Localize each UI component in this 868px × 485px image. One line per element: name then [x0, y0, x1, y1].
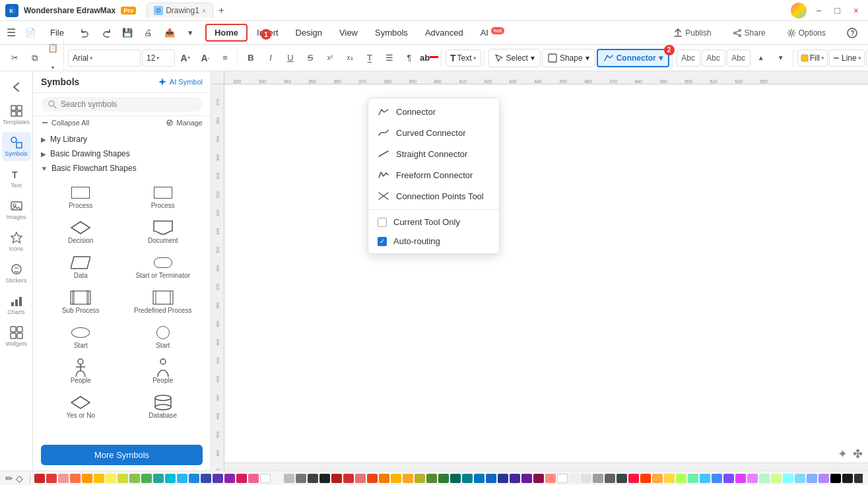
color-swatch[interactable]: [807, 474, 817, 483]
sidebar-item-templates[interactable]: Templates: [2, 100, 31, 129]
search-input[interactable]: [61, 100, 196, 109]
color-swatch[interactable]: [260, 474, 271, 483]
color-swatch[interactable]: [593, 474, 603, 483]
maximize-button[interactable]: □: [830, 4, 844, 17]
color-swatch[interactable]: [486, 474, 496, 483]
color-swatch[interactable]: [735, 474, 746, 483]
connector-option-current-tool[interactable]: Current Tool Only: [368, 212, 499, 232]
publish-button[interactable]: Publish: [665, 26, 719, 40]
styles-scroll-down[interactable]: ▼: [772, 49, 790, 67]
color-swatch[interactable]: [462, 474, 473, 483]
canvas-content[interactable]: [224, 84, 868, 470]
color-swatch[interactable]: [795, 474, 805, 483]
list-item[interactable]: Database: [123, 391, 203, 423]
sparkle-icon-1[interactable]: ✦: [838, 447, 848, 461]
color-swatch[interactable]: [391, 474, 401, 483]
color-swatch[interactable]: [605, 474, 615, 483]
color-swatch[interactable]: [355, 474, 366, 483]
color-swatch[interactable]: [272, 474, 283, 483]
color-swatch[interactable]: [58, 474, 69, 483]
color-swatch[interactable]: [165, 474, 176, 483]
color-swatch[interactable]: [510, 474, 520, 483]
color-swatch[interactable]: [236, 474, 247, 483]
fill-tool-icon[interactable]: ◇: [16, 473, 23, 484]
list-item[interactable]: Yes or No: [41, 391, 121, 423]
more-symbols-button[interactable]: More Symbols: [41, 445, 203, 465]
pen-tool-icon[interactable]: ✏: [5, 473, 13, 484]
minimize-button[interactable]: −: [812, 4, 825, 17]
italic-button[interactable]: I: [261, 49, 280, 67]
color-swatch[interactable]: [94, 474, 104, 483]
color-swatch[interactable]: [248, 474, 259, 483]
color-swatch[interactable]: [141, 474, 152, 483]
list-item[interactable]: Document: [123, 216, 203, 248]
menu-advanced[interactable]: Advanced: [417, 25, 471, 40]
text-color-button[interactable]: ab: [420, 49, 438, 67]
sidebar-item-symbols[interactable]: Symbols: [2, 132, 31, 161]
color-swatch[interactable]: [474, 474, 484, 483]
connector-option-curved[interactable]: Curved Connector: [368, 122, 499, 143]
align-button[interactable]: ≡: [216, 49, 234, 67]
color-swatch[interactable]: [438, 474, 449, 483]
color-swatch[interactable]: [700, 474, 710, 483]
list-item[interactable]: Start: [41, 321, 121, 353]
color-swatch[interactable]: [676, 474, 686, 483]
color-swatch[interactable]: [213, 474, 223, 483]
color-swatch[interactable]: [521, 474, 532, 483]
list-item[interactable]: People: [41, 356, 121, 388]
connector-option-connector[interactable]: Connector: [368, 101, 499, 122]
color-swatch[interactable]: [296, 474, 306, 483]
canvas-area[interactable]: 320 330 340 350 360 370 380 390 400 410 …: [211, 71, 868, 470]
connector-option-freeform[interactable]: Freeform Connector: [368, 164, 499, 185]
sidebar-item-images[interactable]: Images: [2, 195, 31, 224]
color-swatch[interactable]: [842, 474, 853, 483]
sidebar-item-charts[interactable]: Charts: [2, 290, 31, 319]
current-tool-checkbox[interactable]: [378, 218, 387, 227]
color-swatch[interactable]: [308, 474, 318, 483]
color-swatch[interactable]: [533, 474, 544, 483]
list-item[interactable]: Process: [41, 181, 121, 213]
user-avatar[interactable]: [791, 3, 807, 18]
list-button[interactable]: ☰: [380, 49, 399, 67]
underline-button[interactable]: U: [281, 49, 300, 67]
color-swatch[interactable]: [189, 474, 199, 483]
styles-scroll-up[interactable]: ▲: [752, 49, 770, 67]
menu-insert[interactable]: Insert: [249, 25, 286, 40]
subscript-button[interactable]: x₂: [341, 49, 359, 67]
color-swatch[interactable]: [331, 474, 342, 483]
color-swatch[interactable]: [450, 474, 461, 483]
sidebar-item-back[interactable]: [2, 77, 31, 98]
tree-header-my-library[interactable]: ▶ My Library: [33, 132, 211, 146]
color-swatch[interactable]: [379, 474, 389, 483]
fill-dropdown[interactable]: Fill ▾: [797, 49, 828, 67]
text-dropdown[interactable]: T Text ▾: [446, 49, 481, 67]
menu-view[interactable]: View: [331, 25, 366, 40]
color-swatch[interactable]: [628, 474, 639, 483]
shape-button[interactable]: Shape ▾: [542, 49, 595, 67]
help-button[interactable]: ?: [839, 25, 865, 41]
color-swatch[interactable]: [224, 474, 235, 483]
color-swatch[interactable]: [82, 474, 92, 483]
sparkle-icon-2[interactable]: ✤: [853, 447, 863, 461]
color-swatch[interactable]: [617, 474, 627, 483]
color-swatch[interactable]: [117, 474, 128, 483]
color-swatch[interactable]: [712, 474, 722, 483]
manage-button[interactable]: Manage: [166, 119, 203, 127]
color-swatch[interactable]: [723, 474, 734, 483]
style-abc-3[interactable]: Abc: [727, 49, 751, 67]
color-swatch[interactable]: [771, 474, 782, 483]
select-button[interactable]: Select ▾: [488, 49, 541, 67]
color-swatch[interactable]: [70, 474, 81, 483]
color-swatch[interactable]: [664, 474, 675, 483]
auto-routing-checkbox[interactable]: ✓: [378, 237, 387, 246]
connector-option-auto-routing[interactable]: ✓ Auto-routing: [368, 232, 499, 251]
tab-drawing1[interactable]: D Drawing1 ×: [147, 3, 213, 18]
list-item[interactable]: Start: [123, 321, 203, 353]
menu-home[interactable]: Home: [205, 24, 248, 42]
list-item[interactable]: Start or Terminator: [123, 251, 203, 283]
color-swatch[interactable]: [177, 474, 187, 483]
connector-option-connection-points[interactable]: Connection Points Tool: [368, 185, 499, 207]
color-swatch[interactable]: [129, 474, 140, 483]
color-swatch[interactable]: [818, 474, 829, 483]
copy-button[interactable]: ⧉: [25, 49, 44, 67]
